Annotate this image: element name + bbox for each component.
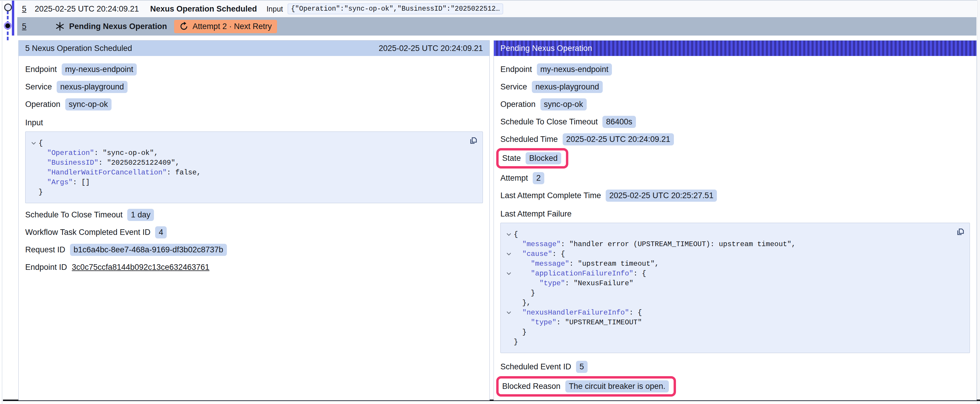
field-label: Request ID	[25, 245, 65, 254]
field-label: Workflow Task Completed Event ID	[25, 228, 150, 237]
field-label: Scheduled Time	[500, 135, 558, 144]
field-label: Blocked Reason	[502, 382, 561, 391]
field-value-badge: 2025-02-25 UTC 20:25:27.51	[606, 190, 717, 202]
retry-attempt-badge: Attempt 2 · Next Retry	[174, 20, 277, 33]
pending-asterisk-icon	[56, 22, 64, 31]
field-value-badge: sync-op-ok	[541, 98, 587, 111]
blocked-reason-value-badge: The circuit breaker is open.	[565, 380, 669, 393]
json-line: }	[504, 288, 952, 298]
field-label: Scheduled Event ID	[500, 362, 571, 371]
input-json-viewer: { "Operation": "sync-op-ok", "BusinessID…	[25, 131, 483, 203]
field-scheduled-time: Scheduled Time 2025-02-25 UTC 20:24:09.2…	[500, 133, 970, 145]
field-request-id: Request ID b1c6a4bc-8ee7-468a-9169-df3b0…	[25, 244, 483, 256]
field-service: Service nexus-playground	[500, 81, 970, 93]
field-label: Endpoint	[500, 65, 532, 74]
field-label: Schedule To Close Timeout	[25, 210, 123, 219]
field-value-badge: 4	[155, 226, 167, 238]
field-label: Operation	[500, 100, 536, 109]
field-endpoint: Endpoint my-nexus-endpoint	[500, 63, 970, 75]
collapse-chevron-icon[interactable]	[29, 141, 38, 145]
field-wft-completed-event-id: Workflow Task Completed Event ID 4	[25, 226, 483, 238]
field-value-badge: nexus-playground	[57, 81, 127, 93]
field-schedule-to-close: Schedule To Close Timeout 1 day	[25, 209, 483, 221]
event-timestamp: 2025-02-25 UTC 20:24:09.21	[35, 5, 139, 14]
timeline-node-scheduled-icon[interactable]	[4, 3, 12, 11]
event-input-label: Input	[266, 5, 283, 13]
collapse-chevron-icon[interactable]	[504, 272, 514, 276]
panel-header-pending: Pending Nexus Operation	[494, 41, 977, 56]
json-line: },	[504, 298, 952, 308]
copy-icon[interactable]	[955, 227, 965, 237]
event-id-link[interactable]: 5	[22, 5, 26, 14]
field-attempt: Attempt 2	[500, 172, 970, 184]
field-endpoint: Endpoint my-nexus-endpoint	[25, 63, 483, 75]
json-line: "applicationFailureInfo": {	[504, 269, 952, 279]
json-line: }	[504, 337, 952, 347]
field-label: Service	[500, 82, 527, 92]
json-line: "type": "NexusFailure"	[504, 279, 952, 288]
field-label: Service	[25, 82, 52, 92]
scrollbar-track[interactable]	[977, 0, 980, 404]
field-value-badge: b1c6a4bc-8ee7-468a-9169-df3b02c8737b	[70, 244, 227, 256]
panel-timestamp: 2025-02-25 UTC 20:24:09.21	[379, 44, 483, 53]
panel-title: Pending Nexus Operation	[500, 44, 592, 53]
field-value-badge: sync-op-ok	[65, 98, 111, 111]
field-label: Endpoint	[25, 65, 57, 74]
field-value-badge: 2	[533, 172, 544, 184]
collapse-chevron-icon[interactable]	[504, 252, 514, 256]
panel-title: 5 Nexus Operation Scheduled	[25, 44, 132, 53]
copy-icon[interactable]	[468, 136, 478, 146]
field-value-badge: 2025-02-25 UTC 20:24:09.21	[563, 133, 674, 146]
json-line: "Args": []	[29, 177, 465, 187]
json-line: "type": "UPSTREAM_TIMEOUT"	[504, 317, 952, 327]
collapse-chevron-icon[interactable]	[504, 311, 514, 315]
field-operation: Operation sync-op-ok	[25, 98, 483, 110]
json-line: "message": "upstream timeout",	[504, 259, 952, 269]
endpoint-id-link[interactable]: 3c0c75ccfa8144b092c13ce632463761	[72, 263, 209, 272]
json-line: {	[504, 230, 952, 239]
input-section-label: Input	[25, 117, 483, 128]
field-service: Service nexus-playground	[25, 81, 483, 93]
timeline-node-pending-icon[interactable]	[4, 22, 11, 30]
window-left-edge	[2, 0, 2, 404]
event-row-pending-nexus-operation[interactable]: 5 Pending Nexus Operation Attempt 2 · Ne…	[17, 17, 977, 36]
field-value-badge: 86400s	[602, 116, 636, 128]
field-label: Last Attempt Complete Time	[500, 191, 601, 200]
field-label: Schedule To Close Timeout	[500, 117, 598, 127]
field-endpoint-id: Endpoint ID 3c0c75ccfa8144b092c13ce63246…	[25, 261, 483, 273]
field-scheduled-event-id: Scheduled Event ID 5	[500, 361, 970, 372]
json-line: "Operation": "sync-op-ok",	[29, 148, 465, 158]
retry-icon	[180, 22, 188, 31]
json-line: }	[29, 187, 465, 197]
field-schedule-to-close: Schedule To Close Timeout 86400s	[500, 116, 970, 128]
collapse-chevron-icon[interactable]	[504, 233, 514, 236]
failure-json-viewer: { "message": "handler error (UPSTREAM_TI…	[500, 223, 970, 353]
event-detail-panel-pending: Pending Nexus Operation Endpoint my-nexu…	[493, 40, 977, 401]
field-label: Operation	[25, 100, 60, 109]
field-value-badge: nexus-playground	[532, 81, 603, 93]
event-detail-panel-scheduled: 5 Nexus Operation Scheduled 2025-02-25 U…	[18, 40, 490, 401]
field-label: Endpoint ID	[25, 263, 67, 272]
selected-range-indicator	[12, 1, 14, 36]
event-title: Pending Nexus Operation	[69, 22, 167, 31]
blocked-reason-highlight-annotation: Blocked Reason The circuit breaker is op…	[496, 376, 676, 397]
event-title: Nexus Operation Scheduled	[150, 5, 257, 14]
field-operation: Operation sync-op-ok	[500, 98, 970, 110]
event-input-preview-chip[interactable]: {"Operation":"sync-op-ok","BusinessID":"…	[288, 3, 503, 14]
field-value-badge: 5	[576, 361, 588, 373]
json-line: {	[29, 138, 465, 148]
json-line: "nexusHandlerFailureInfo": {	[504, 308, 952, 317]
json-line: "BusinessID": "20250225122409",	[29, 158, 465, 168]
json-line: "HandlerWaitForCancellation": false,	[29, 168, 465, 177]
event-row-nexus-operation-scheduled[interactable]: 5 2025-02-25 UTC 20:24:09.21 Nexus Opera…	[17, 1, 977, 17]
state-value-badge: Blocked	[526, 152, 561, 165]
field-label: State	[502, 154, 521, 163]
field-last-attempt-complete-time: Last Attempt Complete Time 2025-02-25 UT…	[500, 190, 970, 201]
state-highlight-annotation: State Blocked	[496, 148, 568, 168]
failure-section-label: Last Attempt Failure	[500, 209, 970, 219]
field-label: Attempt	[500, 174, 528, 183]
panel-header-scheduled: 5 Nexus Operation Scheduled 2025-02-25 U…	[19, 41, 489, 56]
json-line: "cause": {	[504, 249, 952, 259]
field-value-badge: my-nexus-endpoint	[62, 63, 137, 76]
event-id-link[interactable]: 5	[22, 22, 26, 31]
